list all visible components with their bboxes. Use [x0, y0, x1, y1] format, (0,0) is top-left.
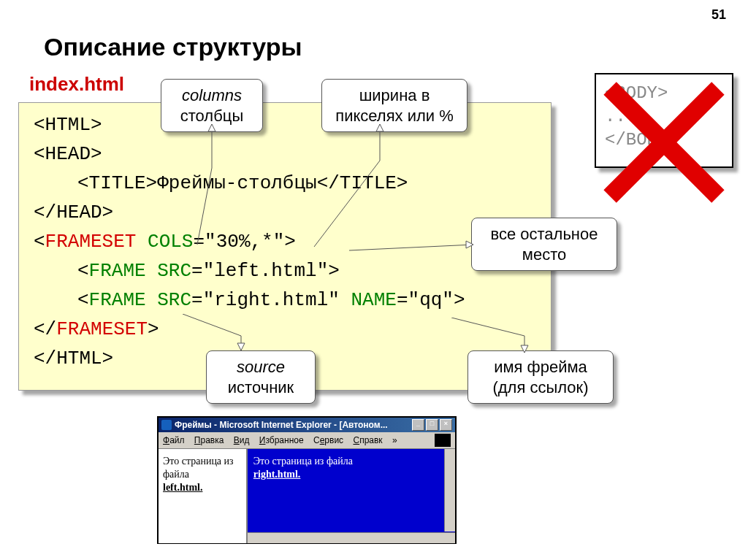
code-line: </HEAD> — [34, 198, 536, 227]
code-token: FRAME — [89, 260, 146, 282]
body-line: </BODY> — [605, 129, 723, 152]
body-crossout-box: <BODY> ... </BODY> — [595, 73, 733, 168]
horizontal-scrollbar[interactable] — [248, 532, 455, 543]
code-line: <TITLE>Фреймы-столбцы</TITLE> — [34, 169, 536, 198]
callout-text: columns — [182, 86, 242, 104]
callout-text: столбцы — [180, 107, 243, 125]
callout-text: источник — [228, 378, 294, 396]
minimize-button[interactable]: _ — [412, 419, 424, 431]
menu-help[interactable]: Справк — [353, 435, 382, 445]
callout-source: source источник — [206, 350, 316, 404]
code-token: "30%,*" — [205, 231, 284, 253]
left-frame: Это страница из файла left.html. — [159, 449, 248, 543]
menu-chevron[interactable]: » — [392, 435, 397, 445]
callout-rest: все остальное место — [471, 218, 617, 271]
browser-window: Фреймы - Microsoft Internet Explorer - [… — [157, 416, 457, 544]
vertical-scrollbar[interactable] — [444, 449, 455, 532]
code-line: </FRAMESET> — [34, 315, 536, 344]
code-token: SRC — [157, 289, 191, 311]
callout-text: ширина в пикселях или % — [335, 86, 454, 125]
right-frame-filename: right.html. — [253, 469, 301, 480]
filename-label: index.html — [29, 73, 124, 96]
callout-text: source — [237, 358, 285, 376]
browser-title-text: Фреймы - Microsoft Internet Explorer - [… — [175, 418, 388, 432]
code-token: FRAMESET — [45, 231, 137, 253]
browser-titlebar: Фреймы - Microsoft Internet Explorer - [… — [159, 418, 455, 432]
code-token: "right.html" — [203, 289, 340, 311]
menu-file[interactable]: ФФайлайл — [163, 435, 185, 445]
menu-service[interactable]: Сервис — [313, 435, 343, 445]
callout-text: все остальное место — [490, 225, 598, 264]
page-number: 51 — [711, 7, 726, 23]
body-line: ... — [605, 105, 723, 129]
code-line: <FRAMESET COLS="30%,*"> — [34, 227, 536, 256]
menu-view[interactable]: Вид — [234, 435, 250, 445]
code-token: "left.html" — [203, 260, 329, 282]
ie-icon — [161, 420, 172, 430]
code-token: FRAME — [89, 289, 146, 311]
code-token: NAME — [351, 289, 397, 311]
code-token: COLS — [148, 231, 193, 253]
code-line: <HEAD> — [34, 139, 536, 169]
right-frame-text: Это страница из файла — [253, 456, 353, 467]
code-token: "qq" — [408, 289, 454, 311]
callout-text: имя фрейма (для ссылок) — [492, 358, 588, 396]
callout-columns: columns столбцы — [161, 79, 263, 132]
maximize-button[interactable]: □ — [426, 419, 438, 431]
code-token: <TITLE> — [77, 172, 157, 194]
slide-title: Описание структуры — [44, 33, 302, 61]
close-button[interactable]: × — [440, 419, 452, 431]
ie-flag-icon — [435, 434, 451, 447]
code-line: <FRAME SRC="left.html"> — [34, 256, 536, 285]
menu-edit[interactable]: Правка — [194, 435, 224, 445]
browser-content: Это страница из файла left.html. Это стр… — [159, 449, 455, 543]
browser-menubar: ФФайлайл Правка Вид Избранное Сервис Спр… — [159, 432, 455, 449]
code-token: SRC — [157, 260, 191, 282]
body-line: <BODY> — [605, 82, 723, 105]
code-line: <FRAME SRC="right.html" NAME="qq"> — [34, 285, 536, 315]
right-frame: Это страница из файла right.html. — [248, 449, 455, 543]
code-token: Фреймы-столбцы — [157, 172, 316, 194]
callout-width: ширина в пикселях или % — [321, 79, 468, 132]
left-frame-text: Это страница из файла — [163, 456, 234, 480]
code-token: </TITLE> — [317, 172, 408, 194]
left-frame-filename: left.html. — [163, 482, 202, 493]
callout-name: имя фрейма (для ссылок) — [468, 350, 614, 404]
code-token: FRAMESET — [56, 318, 148, 340]
menu-favorites[interactable]: Избранное — [259, 435, 304, 445]
